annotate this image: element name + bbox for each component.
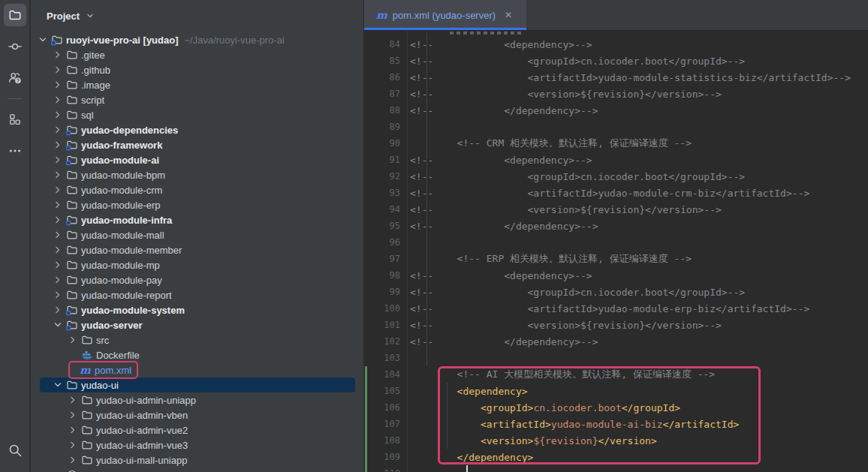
tree-item-yudao-module-erp[interactable]: yudao-module-erp — [31, 197, 363, 212]
code-line-106[interactable]: 106 <groupId>cn.iocoder.boot</groupId> — [364, 399, 868, 416]
code-line-98[interactable]: 98<!-- <dependency>--> — [364, 267, 868, 284]
code-line-89[interactable]: 89 — [364, 119, 868, 135]
code-line-86[interactable]: 86<!-- <artifactId>yudao-module-statisti… — [364, 69, 868, 86]
chevron-right-icon[interactable] — [50, 139, 65, 151]
chevron-right-icon[interactable] — [65, 454, 80, 466]
code-line-90[interactable]: 90 <!-- CRM 相关模块。默认注释, 保证编译速度 --> — [364, 135, 868, 152]
code-line-x[interactable] — [364, 31, 868, 36]
code-line-110[interactable]: 110 — [364, 465, 868, 472]
chevron-right-icon[interactable] — [50, 64, 65, 76]
tree-item-yudao-module-crm[interactable]: yudao-module-crm — [31, 182, 363, 197]
chevron-right-icon[interactable] — [65, 409, 80, 421]
tree-item-yudao-module-bpm[interactable]: yudao-module-bpm — [31, 167, 363, 182]
tree-item-yudao-ui-mall-uniapp[interactable]: yudao-ui-mall-uniapp — [31, 452, 363, 467]
tree-item-pom.xml[interactable]: mpom.xml — [31, 362, 363, 377]
tree-item-yudao-server[interactable]: yudao-server — [31, 317, 363, 332]
code-line-103[interactable]: 103 — [364, 350, 868, 366]
close-icon[interactable]: ✕ — [505, 10, 512, 20]
code-line-102[interactable]: 102<!-- </dependency>--> — [364, 333, 868, 350]
code-line-109[interactable]: 109 </dependency> — [364, 449, 868, 465]
activity-bar-commit-button[interactable] — [4, 35, 26, 58]
chevron-right-icon[interactable] — [50, 169, 65, 181]
chevron-right-icon[interactable] — [50, 184, 65, 196]
chevron-right-icon[interactable] — [50, 229, 65, 241]
chevron-right-icon[interactable] — [50, 214, 65, 226]
activity-bar-search-button[interactable] — [4, 439, 26, 461]
chevron-right-icon[interactable] — [50, 124, 65, 136]
tree-item-yudao-ui[interactable]: yudao-ui — [40, 377, 355, 392]
tree-item-ruoyi-vue-pro-ai-yudao-[interactable]: ruoyi-vue-pro-ai [yudao]~/Java/ruoyi-vue… — [31, 32, 363, 47]
chevron-right-icon[interactable] — [50, 274, 65, 286]
code-line-100[interactable]: 100<!-- <artifactId>yudao-module-erp-biz… — [364, 300, 868, 317]
tree-item-yudao-dependencies[interactable]: yudao-dependencies — [31, 122, 363, 137]
code-editor[interactable]: 84<!-- <dependency>-->85<!-- <groupId>cn… — [364, 31, 868, 472]
tree-item-yudao-module-report[interactable]: yudao-module-report — [31, 287, 363, 302]
tree-item-yudao-module-mp[interactable]: yudao-module-mp — [31, 257, 363, 272]
folder-icon — [65, 289, 79, 301]
code-line-84[interactable]: 84<!-- <dependency>--> — [364, 36, 868, 53]
code-line-87[interactable]: 87<!-- <version>${revision}</version>--> — [364, 86, 868, 102]
code-line-91[interactable]: 91<!-- <dependency>--> — [364, 152, 868, 168]
chevron-right-icon[interactable] — [50, 304, 65, 316]
code-line-101[interactable]: 101<!-- <version>${revision}</version>--… — [364, 317, 868, 333]
tree-item-label: yudao-module-crm — [81, 185, 162, 196]
chevron-down-icon[interactable] — [50, 319, 65, 331]
chevron-right-icon[interactable] — [50, 289, 65, 301]
chevron-right-icon[interactable] — [50, 244, 65, 256]
code-line-text: <!-- CRM 相关模块。默认注释, 保证编译速度 --> — [408, 137, 692, 150]
tree-item-dockerfile[interactable]: Dockerfile — [31, 347, 363, 362]
code-line-93[interactable]: 93<!-- <artifactId>yudao-module-crm-biz<… — [364, 185, 868, 201]
code-line-92[interactable]: 92<!-- <groupId>cn.iocoder.boot</groupId… — [364, 168, 868, 185]
code-line-97[interactable]: 97 <!-- ERP 相关模块。默认注释, 保证编译速度 --> — [364, 251, 868, 267]
code-line-104[interactable]: 104 <!-- AI 大模型相关模块。默认注释, 保证编译速度 --> — [364, 366, 868, 383]
tree-item-.image[interactable]: .image — [31, 77, 363, 92]
tree-item-yudao-ui-admin-uniapp[interactable]: yudao-ui-admin-uniapp — [31, 392, 363, 407]
tree-item-.github[interactable]: .github — [31, 62, 363, 77]
tree-item-yudao-module-mall[interactable]: yudao-module-mall — [31, 227, 363, 242]
activity-bar-learn-button[interactable]: ? — [4, 67, 26, 89]
tab-pom-xml[interactable]: m pom.xml (yudao-server) ✕ — [364, 0, 526, 30]
chevron-down-icon[interactable] — [50, 379, 65, 391]
chevron-right-icon[interactable] — [50, 259, 65, 271]
code-line-96[interactable]: 96 — [364, 234, 868, 251]
chevron-right-icon[interactable] — [50, 79, 65, 91]
project-panel-header[interactable]: Project — [31, 0, 363, 32]
activity-bar-more-button[interactable] — [4, 140, 26, 162]
code-line-85[interactable]: 85<!-- <groupId>cn.iocoder.boot</groupId… — [364, 53, 868, 69]
chevron-right-icon[interactable] — [50, 154, 65, 166]
chevron-right-icon[interactable] — [50, 49, 65, 61]
chevron-down-icon[interactable] — [35, 34, 50, 46]
chevron-down-icon[interactable] — [85, 11, 95, 21]
code-line-99[interactable]: 99<!-- <groupId>cn.iocoder.boot</groupId… — [364, 284, 868, 300]
chevron-right-icon[interactable] — [65, 424, 80, 436]
chevron-right-icon[interactable] — [65, 394, 80, 406]
tree-item-yudao-module-pay[interactable]: yudao-module-pay — [31, 272, 363, 287]
chevron-right-icon[interactable] — [50, 109, 65, 121]
code-line-108[interactable]: 108 <version>${revision}</version> — [364, 432, 868, 449]
tree-item-script[interactable]: script — [31, 92, 363, 107]
tree-item-yudao-module-infra[interactable]: yudao-module-infra — [31, 212, 363, 227]
folder-icon — [65, 199, 79, 211]
chevron-right-icon[interactable] — [65, 334, 80, 346]
activity-bar-project-button[interactable] — [4, 4, 26, 26]
tree-item-yudao-framework[interactable]: yudao-framework — [31, 137, 363, 152]
chevron-right-icon[interactable] — [50, 199, 65, 211]
tree-item-yudao-module-system[interactable]: yudao-module-system — [31, 302, 363, 317]
code-line-94[interactable]: 94<!-- <version>${revision}</version>--> — [364, 201, 868, 218]
chevron-right-icon[interactable] — [65, 439, 80, 451]
code-line-105[interactable]: 105 <dependency> — [364, 383, 868, 399]
tree-item-yudao-ui-admin-vue2[interactable]: yudao-ui-admin-vue2 — [31, 422, 363, 437]
activity-bar-structure-button[interactable] — [4, 108, 26, 131]
tree-item-yudao-ui-admin-vben[interactable]: yudao-ui-admin-vben — [31, 407, 363, 422]
tree-item-src[interactable]: src — [31, 332, 363, 347]
code-line-107[interactable]: 107 <artifactId>yudao-module-ai-biz</art… — [364, 416, 868, 432]
code-line-95[interactable]: 95<!-- </dependency>--> — [364, 218, 868, 234]
tree-item-partial[interactable] — [31, 467, 363, 472]
tree-item-yudao-ui-admin-vue3[interactable]: yudao-ui-admin-vue3 — [31, 437, 363, 452]
tree-item-yudao-module-ai[interactable]: yudao-module-ai — [31, 152, 363, 167]
tree-item-sql[interactable]: sql — [31, 107, 363, 122]
chevron-right-icon[interactable] — [50, 94, 65, 106]
tree-item-yudao-module-member[interactable]: yudao-module-member — [31, 242, 363, 257]
tree-item-.gitee[interactable]: .gitee — [31, 47, 363, 62]
code-line-88[interactable]: 88<!-- </dependency>--> — [364, 102, 868, 119]
